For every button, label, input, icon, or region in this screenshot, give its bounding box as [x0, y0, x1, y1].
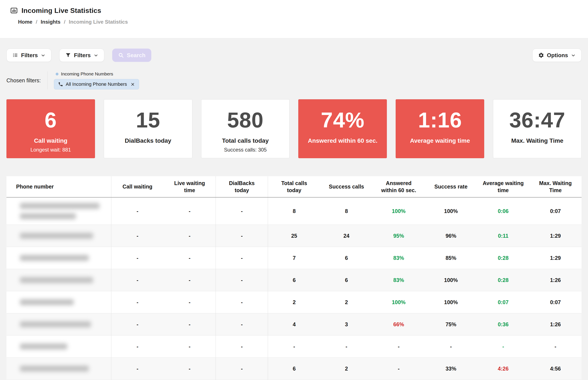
- phone-number-cell: [6, 247, 111, 269]
- filters-funnel-button[interactable]: Filters: [59, 49, 104, 62]
- table-cell: 96%: [425, 225, 477, 247]
- table-row: ---------: [6, 335, 582, 358]
- page-title: Incoming Live Statistics: [21, 7, 101, 15]
- filter-group-label: Incoming Phone Numbers: [61, 71, 113, 76]
- stat-card-label: Max. Waiting Time: [511, 137, 564, 144]
- table-cell: 4: [268, 313, 320, 335]
- chosen-filters-label: Chosen filters:: [6, 77, 47, 84]
- table-cell: 0:06: [477, 197, 529, 225]
- table-cell: 1:29: [529, 225, 582, 247]
- stat-card-dialbacks-today: 15DialBacks today: [104, 99, 192, 158]
- incoming-live-statistics-page: Incoming Live Statistics Home/Insights/I…: [0, 0, 588, 380]
- table-body: ---88100%100%0:060:07---252495%96%0:111:…: [6, 197, 582, 380]
- column-header-success-rate[interactable]: Success rate: [425, 176, 477, 197]
- stat-card-value: 15: [136, 107, 160, 133]
- search-button[interactable]: Search: [112, 49, 151, 62]
- redacted-phone-number: [20, 203, 99, 219]
- table-cell: 1:26: [529, 313, 582, 335]
- bar-chart-icon: [10, 6, 18, 15]
- table-cell: -: [216, 197, 268, 225]
- redacted-text-bar: [20, 203, 99, 209]
- title-row: Incoming Live Statistics: [10, 6, 588, 15]
- table-cell: 4:56: [529, 358, 582, 380]
- options-button[interactable]: Options: [532, 49, 582, 62]
- breadcrumb-separator: /: [36, 19, 38, 25]
- table-cell: 66%: [373, 313, 425, 335]
- table-cell: 33%: [425, 358, 477, 380]
- chevron-down-icon: [41, 53, 46, 58]
- breadcrumb-item-incoming-live-statistics: Incoming Live Statistics: [69, 19, 128, 25]
- chosen-filters-list: Incoming Phone Numbers All Incoming Phon…: [54, 71, 139, 89]
- table-cell: 6: [268, 358, 320, 380]
- redacted-phone-number: [20, 255, 89, 261]
- table-cell: -: [164, 197, 216, 225]
- stat-card-sublabel: Longest wait: 881: [31, 147, 71, 153]
- table-cell: -: [477, 336, 529, 358]
- table-cell: 0:07: [529, 291, 582, 313]
- redacted-text-bar: [20, 321, 91, 327]
- phone-number-cell: [6, 291, 111, 313]
- statistics-table: Phone numberCall waitingLive waiting tim…: [6, 176, 582, 380]
- filters-list-button-label: Filters: [21, 52, 38, 59]
- remove-filter-icon[interactable]: [131, 82, 135, 87]
- column-header-call-waiting[interactable]: Call waiting: [111, 176, 164, 197]
- column-header-success-calls[interactable]: Success calls: [320, 176, 372, 197]
- redacted-phone-number: [20, 299, 74, 305]
- breadcrumb-item-home[interactable]: Home: [18, 19, 33, 25]
- column-header-phone-number[interactable]: Phone number: [6, 176, 111, 197]
- redacted-text-bar: [20, 277, 93, 283]
- redacted-text-bar: [20, 213, 76, 219]
- table-cell: 8: [320, 197, 372, 225]
- stat-card-label: Average waiting time: [410, 137, 470, 144]
- stat-card-call-waiting: 6Call waitingLongest wait: 881: [6, 99, 95, 158]
- table-cell: 7: [268, 247, 320, 269]
- table-cell: -: [216, 358, 268, 380]
- filters-list-button[interactable]: Filters: [6, 49, 51, 62]
- filter-chip[interactable]: All Incoming Phone Numbers: [54, 79, 139, 89]
- table-cell: -: [268, 336, 320, 358]
- stat-card-max-waiting-time: 36:47Max. Waiting Time: [493, 99, 582, 158]
- table-row: ---7683%85%0:281:29: [6, 247, 582, 269]
- table-cell: -: [373, 336, 425, 358]
- table-cell: 0:07: [529, 197, 582, 225]
- table-cell: 6: [320, 247, 372, 269]
- stat-card-value: 1:16: [418, 107, 462, 133]
- column-header-answered-within-60-sec[interactable]: Answered within 60 sec.: [373, 176, 425, 197]
- column-header-dialbacks-today[interactable]: DialBacks today: [216, 176, 268, 197]
- stat-card-average-waiting-time: 1:16Average waiting time: [396, 99, 484, 158]
- funnel-icon: [65, 52, 71, 58]
- column-header-max-waiting-time[interactable]: Max. Waiting Time: [529, 176, 582, 197]
- toolbar: Filters Filters Search Options: [6, 49, 582, 62]
- redacted-phone-number: [20, 277, 93, 283]
- table-cell: 0:36: [477, 313, 529, 335]
- gear-icon: [538, 52, 544, 58]
- table-cell: -: [164, 225, 216, 247]
- table-cell: -: [164, 247, 216, 269]
- redacted-phone-number: [20, 233, 93, 239]
- filter-chip-label: All Incoming Phone Numbers: [66, 81, 127, 87]
- stat-card-value: 580: [227, 107, 264, 133]
- table-cell: 1:26: [529, 269, 582, 291]
- breadcrumb: Home/Insights/Incoming Live Statistics: [18, 19, 588, 25]
- table-row: ---4366%75%0:361:26: [6, 313, 582, 335]
- table-row: ---22100%100%0:070:07: [6, 291, 582, 313]
- table-cell: 100%: [425, 291, 477, 313]
- table-cell: -: [216, 313, 268, 335]
- stat-card-total-calls-today: 580Total calls todaySuccess calls: 305: [201, 99, 290, 158]
- phone-number-cell: [6, 358, 111, 380]
- table-cell: -: [111, 291, 164, 313]
- column-header-average-waiting-time[interactable]: Average waiting time: [477, 176, 529, 197]
- table-cell: -: [216, 247, 268, 269]
- column-header-live-waiting-time[interactable]: Live waiting time: [164, 176, 216, 197]
- redacted-phone-number: [20, 321, 91, 327]
- table-cell: 83%: [373, 269, 425, 291]
- table-cell: -: [425, 336, 477, 358]
- table-cell: -: [320, 336, 372, 358]
- table-cell: 2: [268, 291, 320, 313]
- phone-number-cell: [6, 225, 111, 247]
- stat-card-label: Total calls today: [222, 137, 269, 144]
- breadcrumb-item-insights[interactable]: Insights: [41, 19, 60, 25]
- search-button-label: Search: [127, 52, 146, 59]
- column-header-total-calls-today[interactable]: Total calls today: [268, 176, 320, 197]
- table-cell: -: [111, 225, 164, 247]
